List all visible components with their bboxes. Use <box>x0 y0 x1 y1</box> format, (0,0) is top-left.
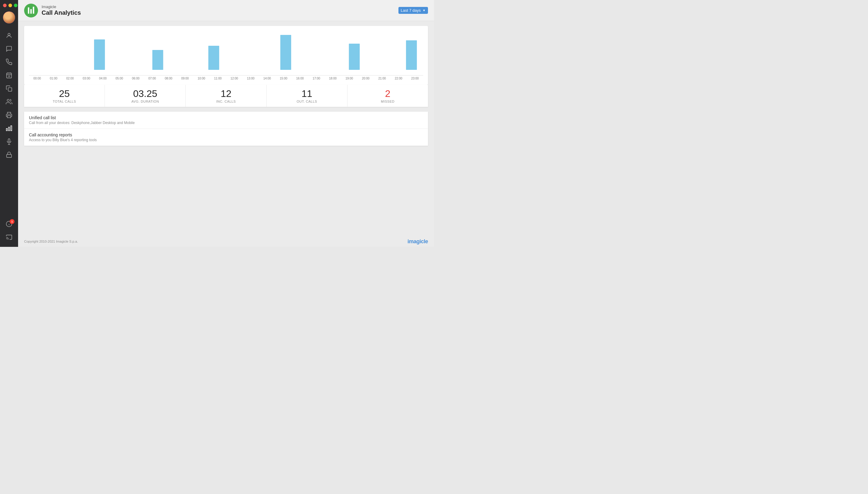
time-label-1500: 15:00 <box>275 77 292 80</box>
minimize-button[interactable] <box>8 4 12 7</box>
total-calls-label: TOTAL CALLS <box>26 100 102 103</box>
time-label-0300: 03:00 <box>78 77 95 80</box>
time-label-1000: 10:00 <box>193 77 210 80</box>
svg-rect-26 <box>280 35 291 70</box>
main-content: Imagicle Call Analytics Last 7 days ▼ <box>18 0 434 247</box>
svg-rect-6 <box>8 88 12 91</box>
out-calls-value: 11 <box>269 89 345 99</box>
app-header: Imagicle Call Analytics Last 7 days ▼ <box>18 0 434 21</box>
svg-rect-22 <box>33 7 34 14</box>
date-filter-select[interactable]: Last 7 days ▼ <box>398 7 428 14</box>
time-label-0600: 06:00 <box>127 77 144 80</box>
calendar-icon: 29 <box>6 72 12 79</box>
links-section: Unified call list Call from all your dev… <box>24 112 428 146</box>
svg-rect-15 <box>7 154 12 157</box>
sidebar-item-phone[interactable] <box>2 56 16 68</box>
svg-point-0 <box>8 33 10 36</box>
header-right: Last 7 days ▼ <box>398 7 428 14</box>
sidebar-item-chat[interactable] <box>2 43 16 55</box>
traffic-lights <box>0 4 17 7</box>
sidebar: 29 1 <box>0 0 18 247</box>
svg-rect-20 <box>28 7 30 14</box>
time-label-0500: 05:00 <box>111 77 128 80</box>
page-content: 00:00 01:00 02:00 03:00 04:00 05:00 06:0… <box>18 21 434 236</box>
time-label-1200: 12:00 <box>226 77 242 80</box>
contacts-icon <box>6 98 12 105</box>
avg-duration-value: 03.25 <box>107 89 183 99</box>
time-label-0900: 09:00 <box>177 77 194 80</box>
svg-rect-24 <box>152 50 163 70</box>
date-filter-label: Last 7 days <box>401 8 421 13</box>
time-label-0000: 00:00 <box>29 77 46 80</box>
link-call-accounting-reports-title: Call accounting reports <box>29 132 423 137</box>
svg-rect-28 <box>406 40 417 70</box>
sidebar-item-cast[interactable] <box>2 231 16 243</box>
time-label-0400: 04:00 <box>95 77 111 80</box>
copy-icon <box>6 85 12 92</box>
avatar[interactable] <box>3 12 15 23</box>
sidebar-item-calendar[interactable]: 29 <box>2 69 16 81</box>
missed-label: MISSED <box>350 100 426 103</box>
close-button[interactable] <box>3 4 7 7</box>
svg-rect-27 <box>349 44 360 70</box>
stat-missed: 2 MISSED <box>347 85 428 107</box>
sidebar-item-print[interactable] <box>2 109 16 121</box>
svg-rect-25 <box>208 46 219 70</box>
time-label-1700: 17:00 <box>308 77 325 80</box>
phone-icon <box>6 59 12 65</box>
stat-avg-duration: 03.25 AVG. DURATION <box>105 85 186 107</box>
time-label-0200: 02:00 <box>62 77 78 80</box>
calls-chart-card: 00:00 01:00 02:00 03:00 04:00 05:00 06:0… <box>24 26 428 85</box>
time-label-1400: 14:00 <box>259 77 275 80</box>
time-label-0100: 01:00 <box>46 77 62 80</box>
time-label-2000: 20:00 <box>358 77 374 80</box>
time-label-1300: 13:00 <box>242 77 259 80</box>
inc-calls-label: INC. CALLS <box>188 100 264 103</box>
svg-rect-11 <box>6 129 7 131</box>
sidebar-item-info[interactable]: 1 <box>2 218 16 230</box>
app-title: Imagicle Call Analytics <box>41 4 81 17</box>
stat-inc-calls: 12 INC. CALLS <box>186 85 267 107</box>
svg-rect-8 <box>7 116 11 118</box>
svg-rect-21 <box>31 9 32 14</box>
svg-rect-12 <box>8 139 10 142</box>
stats-row: 25 TOTAL CALLS 03.25 AVG. DURATION 12 IN… <box>24 85 428 107</box>
user-icon <box>6 32 12 39</box>
app-name-main: Call Analytics <box>41 9 81 16</box>
mic-icon <box>6 138 12 145</box>
chevron-down-icon: ▼ <box>422 9 426 12</box>
link-unified-call-list-title: Unified call list <box>29 115 423 120</box>
svg-rect-23 <box>94 39 105 70</box>
sidebar-item-analytics[interactable] <box>2 122 16 134</box>
app-logo <box>24 4 38 17</box>
lock-icon <box>6 151 12 158</box>
page-footer: Copyright 2010-2021 Imagicle S.p.a. imag… <box>18 236 434 247</box>
time-label-0700: 07:00 <box>144 77 161 80</box>
logo-icon <box>27 6 35 15</box>
time-label-0800: 08:00 <box>160 77 177 80</box>
avg-duration-label: AVG. DURATION <box>107 100 183 103</box>
time-labels: 00:00 01:00 02:00 03:00 04:00 05:00 06:0… <box>29 75 423 80</box>
chat-icon <box>6 45 12 52</box>
link-call-accounting-reports[interactable]: Call accounting reports Access to you Bi… <box>24 129 428 146</box>
link-unified-call-list[interactable]: Unified call list Call from all your dev… <box>24 112 428 129</box>
sidebar-bottom: 1 <box>2 218 16 243</box>
time-label-1900: 19:00 <box>341 77 358 80</box>
notification-badge: 1 <box>10 219 15 224</box>
sidebar-item-user[interactable] <box>2 30 16 41</box>
svg-point-7 <box>7 99 10 101</box>
stat-total-calls: 25 TOTAL CALLS <box>24 85 105 107</box>
sidebar-item-lock[interactable] <box>2 149 16 161</box>
maximize-button[interactable] <box>14 4 17 7</box>
time-label-2100: 21:00 <box>374 77 391 80</box>
sidebar-item-pages[interactable] <box>2 82 16 95</box>
svg-rect-9 <box>11 126 12 131</box>
stat-out-calls: 11 OUT. CALLS <box>267 85 347 107</box>
sidebar-item-contacts[interactable] <box>2 96 16 108</box>
time-label-2300: 23:00 <box>407 77 423 80</box>
sidebar-item-mic[interactable] <box>2 135 16 148</box>
print-icon <box>6 112 12 118</box>
missed-value: 2 <box>350 89 426 99</box>
link-unified-call-list-desc: Call from all your devices: Deskphone,Ja… <box>29 121 423 125</box>
time-label-1600: 16:00 <box>292 77 308 80</box>
